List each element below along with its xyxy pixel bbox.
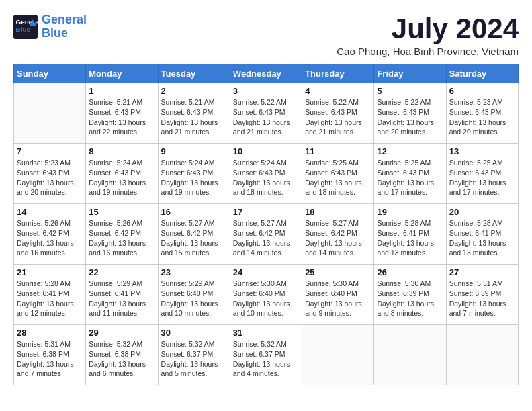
calendar-cell: 24Sunrise: 5:30 AMSunset: 6:40 PMDayligh…	[230, 265, 302, 325]
calendar-cell: 15Sunrise: 5:26 AMSunset: 6:42 PMDayligh…	[86, 204, 158, 265]
day-info: Sunrise: 5:21 AMSunset: 6:43 PMDaylight:…	[161, 97, 227, 137]
logo: General Blue General Blue	[13, 13, 87, 40]
day-info: Sunrise: 5:32 AMSunset: 6:38 PMDaylight:…	[89, 339, 154, 379]
day-info: Sunrise: 5:28 AMSunset: 6:41 PMDaylight:…	[377, 218, 443, 258]
day-number: 24	[233, 267, 299, 277]
day-info: Sunrise: 5:28 AMSunset: 6:41 PMDaylight:…	[449, 218, 515, 258]
calendar-cell: 16Sunrise: 5:27 AMSunset: 6:42 PMDayligh…	[158, 204, 230, 265]
week-row-5: 28Sunrise: 5:31 AMSunset: 6:38 PMDayligh…	[14, 325, 519, 385]
day-number: 19	[377, 207, 443, 217]
day-info: Sunrise: 5:31 AMSunset: 6:38 PMDaylight:…	[17, 339, 83, 379]
day-number: 28	[17, 328, 83, 338]
svg-text:Blue: Blue	[16, 26, 31, 33]
day-number: 2	[161, 86, 227, 96]
calendar-cell: 5Sunrise: 5:22 AMSunset: 6:43 PMDaylight…	[374, 83, 446, 144]
day-number: 23	[161, 267, 227, 277]
calendar-table: SundayMondayTuesdayWednesdayThursdayFrid…	[13, 64, 519, 385]
day-header-friday: Friday	[374, 64, 446, 83]
day-number: 22	[89, 267, 154, 277]
calendar-cell: 22Sunrise: 5:29 AMSunset: 6:41 PMDayligh…	[86, 265, 158, 325]
calendar-cell: 19Sunrise: 5:28 AMSunset: 6:41 PMDayligh…	[374, 204, 446, 265]
day-info: Sunrise: 5:22 AMSunset: 6:43 PMDaylight:…	[233, 97, 299, 137]
day-info: Sunrise: 5:32 AMSunset: 6:37 PMDaylight:…	[233, 339, 299, 379]
calendar-cell: 25Sunrise: 5:30 AMSunset: 6:40 PMDayligh…	[302, 265, 374, 325]
day-info: Sunrise: 5:23 AMSunset: 6:43 PMDaylight:…	[17, 158, 83, 197]
calendar-cell: 12Sunrise: 5:25 AMSunset: 6:43 PMDayligh…	[374, 144, 446, 204]
day-info: Sunrise: 5:27 AMSunset: 6:42 PMDaylight:…	[305, 218, 371, 258]
day-number: 29	[89, 328, 154, 338]
calendar-cell: 23Sunrise: 5:29 AMSunset: 6:40 PMDayligh…	[158, 265, 230, 325]
day-info: Sunrise: 5:25 AMSunset: 6:43 PMDaylight:…	[449, 158, 515, 197]
day-number: 6	[449, 86, 515, 96]
day-info: Sunrise: 5:27 AMSunset: 6:42 PMDaylight:…	[161, 218, 227, 258]
day-header-wednesday: Wednesday	[230, 64, 302, 83]
day-info: Sunrise: 5:23 AMSunset: 6:43 PMDaylight:…	[449, 97, 515, 137]
month-year: July 2024	[337, 13, 519, 44]
day-number: 30	[161, 328, 227, 338]
calendar-cell: 18Sunrise: 5:27 AMSunset: 6:42 PMDayligh…	[302, 204, 374, 265]
day-number: 7	[17, 146, 83, 156]
day-number: 11	[305, 146, 371, 156]
day-info: Sunrise: 5:22 AMSunset: 6:43 PMDaylight:…	[377, 97, 443, 137]
calendar-cell: 1Sunrise: 5:21 AMSunset: 6:43 PMDaylight…	[86, 83, 158, 144]
week-row-3: 14Sunrise: 5:26 AMSunset: 6:42 PMDayligh…	[14, 204, 519, 265]
day-info: Sunrise: 5:29 AMSunset: 6:40 PMDaylight:…	[161, 279, 227, 318]
logo-subtext: Blue	[42, 27, 87, 40]
day-number: 10	[233, 146, 299, 156]
day-header-thursday: Thursday	[302, 64, 374, 83]
day-info: Sunrise: 5:30 AMSunset: 6:40 PMDaylight:…	[305, 279, 371, 318]
day-header-monday: Monday	[86, 64, 158, 83]
day-number: 25	[305, 267, 371, 277]
day-number: 3	[233, 86, 299, 96]
calendar-cell: 4Sunrise: 5:22 AMSunset: 6:43 PMDaylight…	[302, 83, 374, 144]
day-info: Sunrise: 5:24 AMSunset: 6:43 PMDaylight:…	[233, 158, 299, 197]
day-number: 1	[89, 86, 154, 96]
calendar-cell	[302, 325, 374, 385]
day-number: 21	[17, 267, 83, 277]
day-header-tuesday: Tuesday	[158, 64, 230, 83]
day-number: 4	[305, 86, 371, 96]
week-row-2: 7Sunrise: 5:23 AMSunset: 6:43 PMDaylight…	[14, 144, 519, 204]
day-header-sunday: Sunday	[14, 64, 86, 83]
calendar-cell: 14Sunrise: 5:26 AMSunset: 6:42 PMDayligh…	[14, 204, 86, 265]
week-row-1: 1Sunrise: 5:21 AMSunset: 6:43 PMDaylight…	[14, 83, 519, 144]
calendar-cell: 10Sunrise: 5:24 AMSunset: 6:43 PMDayligh…	[230, 144, 302, 204]
calendar-cell: 17Sunrise: 5:27 AMSunset: 6:42 PMDayligh…	[230, 204, 302, 265]
logo-text: General	[42, 13, 87, 27]
day-number: 17	[233, 207, 299, 217]
calendar-cell: 20Sunrise: 5:28 AMSunset: 6:41 PMDayligh…	[446, 204, 518, 265]
day-number: 31	[233, 328, 299, 338]
day-info: Sunrise: 5:30 AMSunset: 6:40 PMDaylight:…	[233, 279, 299, 318]
day-info: Sunrise: 5:32 AMSunset: 6:37 PMDaylight:…	[161, 339, 227, 379]
day-number: 20	[449, 207, 515, 217]
day-number: 12	[377, 146, 443, 156]
day-info: Sunrise: 5:22 AMSunset: 6:43 PMDaylight:…	[305, 97, 371, 137]
page-header: General Blue General Blue July 2024 Cao …	[13, 13, 519, 57]
logo-icon: General Blue	[13, 15, 38, 39]
calendar-cell: 6Sunrise: 5:23 AMSunset: 6:43 PMDaylight…	[446, 83, 518, 144]
calendar-cell	[14, 83, 86, 144]
calendar-cell: 7Sunrise: 5:23 AMSunset: 6:43 PMDaylight…	[14, 144, 86, 204]
calendar-cell: 21Sunrise: 5:28 AMSunset: 6:41 PMDayligh…	[14, 265, 86, 325]
day-number: 18	[305, 207, 371, 217]
calendar-cell: 31Sunrise: 5:32 AMSunset: 6:37 PMDayligh…	[230, 325, 302, 385]
day-info: Sunrise: 5:27 AMSunset: 6:42 PMDaylight:…	[233, 218, 299, 258]
day-info: Sunrise: 5:28 AMSunset: 6:41 PMDaylight:…	[17, 279, 83, 318]
day-info: Sunrise: 5:24 AMSunset: 6:43 PMDaylight:…	[161, 158, 227, 197]
day-number: 8	[89, 146, 154, 156]
day-info: Sunrise: 5:25 AMSunset: 6:43 PMDaylight:…	[305, 158, 371, 197]
calendar-cell: 2Sunrise: 5:21 AMSunset: 6:43 PMDaylight…	[158, 83, 230, 144]
day-number: 26	[377, 267, 443, 277]
calendar-cell: 8Sunrise: 5:24 AMSunset: 6:43 PMDaylight…	[86, 144, 158, 204]
day-info: Sunrise: 5:26 AMSunset: 6:42 PMDaylight:…	[89, 218, 154, 258]
calendar-cell	[446, 325, 518, 385]
location: Cao Phong, Hoa Binh Province, Vietnam	[337, 46, 519, 57]
calendar-cell: 28Sunrise: 5:31 AMSunset: 6:38 PMDayligh…	[14, 325, 86, 385]
day-number: 27	[449, 267, 515, 277]
day-number: 9	[161, 146, 227, 156]
calendar-cell: 9Sunrise: 5:24 AMSunset: 6:43 PMDaylight…	[158, 144, 230, 204]
day-info: Sunrise: 5:26 AMSunset: 6:42 PMDaylight:…	[17, 218, 83, 258]
day-header-saturday: Saturday	[446, 64, 518, 83]
day-number: 13	[449, 146, 515, 156]
calendar-cell: 29Sunrise: 5:32 AMSunset: 6:38 PMDayligh…	[86, 325, 158, 385]
